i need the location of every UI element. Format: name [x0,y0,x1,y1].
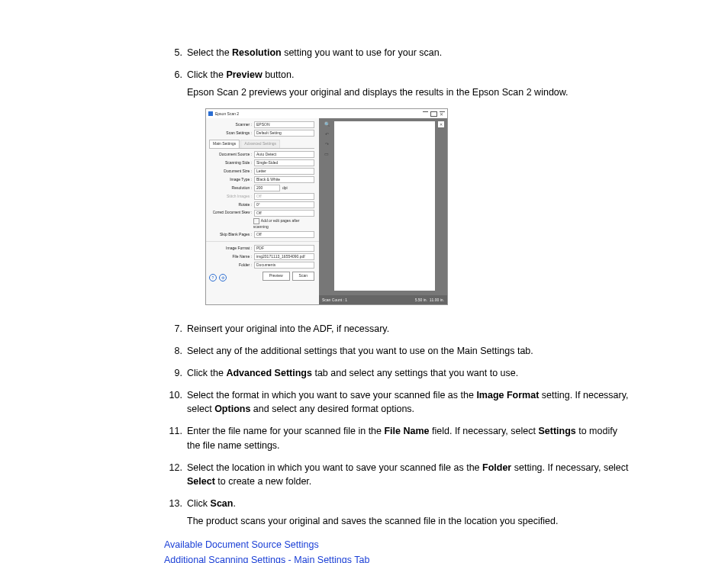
skew-select[interactable]: Off [254,210,314,217]
step-number: 11. [164,424,187,456]
related-links: Available Document Source Settings Addit… [164,538,629,564]
window-title: Epson Scan 2 [215,111,239,117]
step-text: Select the location in which you want to… [187,461,629,490]
gear-icon[interactable]: ⚙ [219,274,227,282]
scan-settings-select[interactable]: Default Setting [254,130,314,137]
document-source-select[interactable]: Auto Detect [254,151,314,158]
step-text: Reinsert your original into the ADF, if … [187,322,629,336]
link-additional-settings[interactable]: Additional Scanning Settings - Main Sett… [164,553,629,563]
step-number: 8. [164,344,187,362]
zoom-icon[interactable]: 🔍 [324,121,330,128]
skip-blank-select[interactable]: Off [254,231,314,238]
step-number: 13. [164,497,187,532]
maximize-icon[interactable] [430,111,437,117]
step-number: 12. [164,461,187,493]
rotate-right-icon[interactable]: ↷ [325,141,329,148]
step-number: 10. [164,388,187,420]
app-icon [208,111,213,116]
preview-pane: 🔍 ↶ ↷ ▭ ✕ Scan Count : 1 5.50 in. 11.00 … [319,118,447,304]
scanner-select[interactable]: EPSON [254,121,314,128]
add-edit-checkbox[interactable]: Add or edit pages after scanning [253,218,314,230]
step-text: Enter the file name for your scanned fil… [187,424,629,453]
rotate-select[interactable]: 0° [254,201,314,208]
preview-page [334,121,435,291]
preview-button[interactable]: Preview [263,272,290,281]
step-text: Click the Preview button. [187,68,629,82]
settings-tabs: Main Settings Advanced Settings [209,140,314,149]
help-icon[interactable]: ? [209,274,217,282]
marquee-icon[interactable]: ▭ [324,151,329,158]
help-settings-icons: ? ⚙ [209,274,227,282]
close-icon[interactable]: ✕ [440,111,445,112]
step-number: 9. [164,366,187,384]
scan-button[interactable]: Scan [292,272,314,281]
tab-main-settings[interactable]: Main Settings [209,140,240,148]
step-text: Click the Advanced Settings tab and sele… [187,366,629,381]
image-type-select[interactable]: Black & White [254,176,314,183]
step-number: 7. [164,322,187,339]
step-number: 6. [164,68,187,318]
document-size-select[interactable]: Letter [254,168,314,175]
step-number: 5. [164,46,187,63]
stitch-select: Off [254,193,314,200]
filename-field[interactable]: img20171113_16554090.pdf [254,253,314,260]
step-text: Select any of the additional settings th… [187,344,629,359]
step-text: Select the Resolution setting you want t… [187,46,629,60]
epson-scan-window: Epson Scan 2 ✕ Scanner :EPSON Scan Setti… [205,108,448,305]
image-format-select[interactable]: PDF [254,245,314,252]
rotate-left-icon[interactable]: ↶ [325,131,329,138]
link-doc-source-settings[interactable]: Available Document Source Settings [164,538,629,552]
tab-advanced-settings[interactable]: Advanced Settings [240,140,280,148]
preview-close-icon[interactable]: ✕ [438,121,444,127]
scanning-side-select[interactable]: Single-Sided [254,159,314,166]
instruction-list: 5. Select the Resolution setting you wan… [164,46,629,532]
folder-select[interactable]: Documents [254,262,314,269]
window-controls: ✕ [423,111,445,117]
step-text: Click Scan. [187,497,629,511]
minimize-icon[interactable] [423,111,428,112]
resolution-select[interactable]: 200 [254,185,280,191]
step-text: Select the format in which you want to s… [187,388,629,417]
settings-panel: Scanner :EPSON Scan Settings :Default Se… [206,118,319,304]
step-subtext: Epson Scan 2 previews your original and … [187,85,629,100]
step-subtext: The product scans your original and save… [187,514,629,529]
preview-status-bar: Scan Count : 1 5.50 in. 11.00 in. [319,295,447,304]
